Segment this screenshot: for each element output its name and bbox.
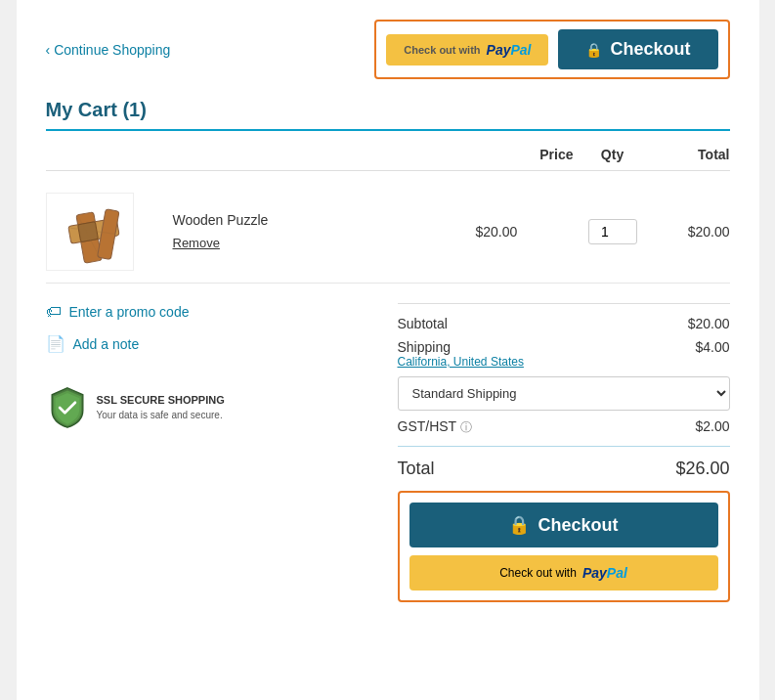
col-qty: Qty xyxy=(574,147,652,162)
item-total: $20.00 xyxy=(652,224,730,240)
cart-column-headers: Price Qty Total xyxy=(46,147,730,171)
cart-item: Wooden Puzzle Remove $20.00 $20.00 xyxy=(46,181,730,284)
svg-rect-2 xyxy=(77,222,98,242)
paypal-prefix-bottom: Check out with xyxy=(499,566,577,580)
item-name: Wooden Puzzle xyxy=(173,212,476,228)
paypal-checkout-button-header[interactable]: Check out with PayPal xyxy=(386,34,548,66)
order-summary: Subtotal $20.00 Shipping $4.00 Californi… xyxy=(398,303,730,602)
shipping-method-select[interactable]: Standard Shipping xyxy=(398,376,730,411)
item-price: $20.00 xyxy=(476,224,574,240)
checkout-button-main[interactable]: 🔒 Checkout xyxy=(409,503,718,547)
ssl-badge: SSL SECURE SHOPPING Your data is safe an… xyxy=(46,386,378,429)
paypal-checkout-button-bottom[interactable]: Check out with PayPal xyxy=(409,555,718,591)
remove-item-button[interactable]: Remove xyxy=(173,236,220,250)
cart-title: My Cart (1) xyxy=(46,99,730,131)
note-icon: 📄 xyxy=(46,334,65,353)
checkout-bottom-wrapper: 🔒 Checkout Check out with PayPal xyxy=(398,491,730,602)
total-row: Total $26.00 xyxy=(398,459,730,479)
checkout-button-header[interactable]: 🔒 Checkout xyxy=(558,29,717,69)
ssl-text: SSL SECURE SHOPPING Your data is safe an… xyxy=(97,393,225,421)
paypal-logo-bottom: PayPal xyxy=(582,565,627,581)
gst-info-icon[interactable]: ⓘ xyxy=(460,420,472,434)
shipping-location-link[interactable]: California, United States xyxy=(398,355,730,369)
lock-icon-header: 🔒 xyxy=(585,42,602,58)
shipping-row: Shipping $4.00 California, United States… xyxy=(398,339,730,411)
item-details: Wooden Puzzle Remove xyxy=(163,212,476,251)
header-row: ‹ Continue Shopping Check out with PayPa… xyxy=(46,20,730,79)
shipping-top: Shipping $4.00 xyxy=(398,339,730,355)
promo-code-button[interactable]: 🏷 Enter a promo code xyxy=(46,303,378,321)
paypal-prefix-text: Check out with xyxy=(404,44,480,56)
bottom-section: 🏷 Enter a promo code 📄 Add a note SSL SE… xyxy=(46,303,730,602)
add-note-button[interactable]: 📄 Add a note xyxy=(46,334,378,353)
col-item xyxy=(46,147,476,162)
product-image-svg xyxy=(51,197,129,266)
paypal-logo-header: PayPal xyxy=(487,42,532,58)
left-actions: 🏷 Enter a promo code 📄 Add a note SSL SE… xyxy=(46,303,378,602)
gst-row: GST/HST ⓘ $2.00 xyxy=(398,418,730,436)
col-total: Total xyxy=(652,147,730,162)
page-container: ‹ Continue Shopping Check out with PayPa… xyxy=(17,0,759,700)
tag-icon: 🏷 xyxy=(46,303,62,321)
item-qty xyxy=(574,219,652,244)
header-buttons-wrapper: Check out with PayPal 🔒 Checkout xyxy=(374,20,729,79)
ssl-shield-icon xyxy=(46,386,89,429)
col-price: Price xyxy=(476,147,574,162)
chevron-left-icon: ‹ xyxy=(46,42,51,58)
quantity-input[interactable] xyxy=(588,219,637,244)
item-image xyxy=(46,193,134,271)
lock-icon-main: 🔒 xyxy=(508,514,530,536)
continue-shopping-link[interactable]: ‹ Continue Shopping xyxy=(46,42,171,58)
subtotal-row: Subtotal $20.00 xyxy=(398,316,730,331)
summary-divider xyxy=(398,446,730,447)
